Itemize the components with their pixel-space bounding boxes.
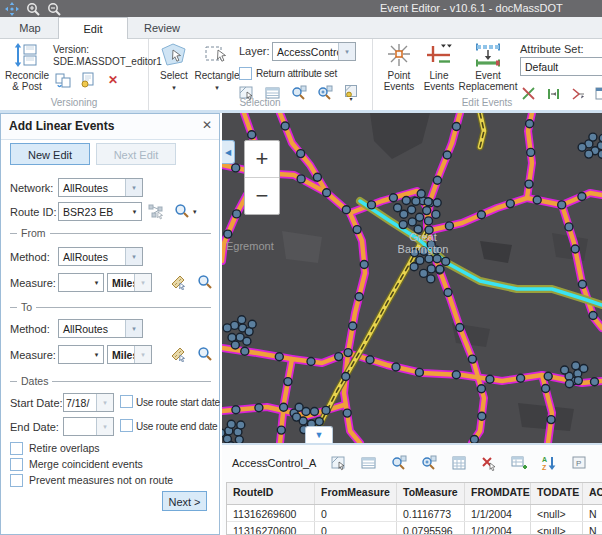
event-marker[interactable] — [452, 371, 460, 379]
event-marker[interactable] — [470, 436, 478, 444]
event-marker[interactable] — [526, 120, 534, 128]
event-marker[interactable] — [486, 375, 494, 383]
event-marker[interactable] — [578, 280, 586, 288]
event-marker[interactable] — [342, 373, 350, 381]
event-marker[interactable] — [344, 349, 352, 357]
layer-dropdown-button[interactable]: ▾ — [338, 43, 355, 60]
event-marker[interactable] — [284, 378, 292, 386]
zoom-out-icon[interactable] — [47, 2, 61, 16]
collapse-left-panel-button[interactable]: ◀ — [222, 140, 235, 164]
rectangle-tool-button[interactable]: Rectangle ▾ — [194, 42, 240, 93]
event-marker[interactable] — [311, 408, 319, 416]
grid-layer-label[interactable]: AccessControl_A — [232, 457, 316, 469]
event-marker[interactable] — [525, 180, 533, 188]
event-marker[interactable] — [452, 123, 460, 131]
tab-edit[interactable]: Edit — [58, 17, 128, 39]
grid-clear-selection-icon[interactable] — [480, 455, 497, 472]
event-marker[interactable] — [547, 416, 555, 424]
event-marker[interactable] — [315, 418, 323, 426]
event-marker[interactable] — [366, 356, 374, 364]
event-marker[interactable] — [585, 150, 593, 158]
use-route-end-checkbox[interactable] — [120, 419, 133, 432]
column-header-todate[interactable]: TODATE — [531, 483, 583, 504]
end-date-dropdown[interactable]: ▾ — [96, 418, 113, 435]
to-measure-zoom-icon[interactable] — [196, 345, 214, 362]
event-marker[interactable] — [565, 223, 573, 231]
from-method-dropdown[interactable]: ▾ — [125, 248, 142, 265]
event-marker[interactable] — [313, 173, 321, 181]
event-marker[interactable] — [232, 164, 240, 172]
grid-table-icon[interactable] — [360, 455, 377, 472]
event-marker[interactable] — [425, 255, 433, 263]
event-marker[interactable] — [468, 355, 476, 363]
event-marker[interactable] — [353, 226, 361, 234]
end-date-input[interactable]: ▾ — [63, 417, 114, 436]
event-marker[interactable] — [571, 245, 579, 253]
event-marker[interactable] — [565, 380, 573, 388]
grid-zoom-to-selection-icon[interactable] — [390, 455, 407, 472]
new-edit-button[interactable]: New Edit — [10, 143, 90, 165]
event-marker[interactable] — [432, 210, 440, 218]
grid-sort-icon[interactable]: AZ — [540, 455, 557, 472]
to-method-combobox[interactable]: AllRoutes ▾ — [58, 319, 143, 338]
event-marker[interactable] — [238, 316, 246, 324]
to-unit-combobox[interactable]: Miles ▾ — [107, 345, 152, 364]
map-viewport[interactable]: EgremontGreatBarrington ◀ + − ▼ — [222, 113, 602, 443]
to-measure-on-map-icon[interactable] — [169, 345, 187, 362]
grid-add-record-icon[interactable] — [510, 455, 527, 472]
event-marker[interactable] — [477, 385, 485, 393]
event-marker[interactable] — [598, 150, 602, 158]
route-id-combobox[interactable]: BSR23 EB ▾ — [58, 202, 142, 221]
column-header-tomeasure[interactable]: ToMeasure — [397, 483, 465, 504]
event-marker[interactable] — [425, 217, 433, 225]
event-marker[interactable] — [442, 257, 450, 265]
column-header-frommeasure[interactable]: FromMeasure — [315, 483, 397, 504]
event-marker[interactable] — [478, 412, 486, 420]
to-method-dropdown[interactable]: ▾ — [125, 320, 142, 337]
map-zoom-out-button[interactable]: − — [245, 178, 279, 214]
event-marker[interactable] — [506, 200, 514, 208]
event-marker[interactable] — [477, 211, 485, 219]
network-combobox[interactable]: AllRoutes ▾ — [58, 178, 143, 197]
event-marker[interactable] — [578, 143, 586, 151]
event-marker[interactable] — [222, 429, 225, 437]
from-measure-on-map-icon[interactable] — [169, 273, 187, 290]
select-route-on-map-icon[interactable] — [147, 203, 165, 220]
event-marker[interactable] — [558, 201, 566, 209]
column-header-routeid[interactable]: RouteID — [227, 483, 315, 504]
grid-statistics-icon[interactable] — [450, 455, 467, 472]
tab-map[interactable]: Map — [4, 18, 56, 38]
event-marker[interactable] — [360, 261, 368, 269]
grid-show-attributes-icon[interactable]: P — [570, 455, 587, 472]
event-marker[interactable] — [417, 190, 425, 198]
rectangle-dropdown-caret[interactable]: ▾ — [215, 82, 219, 93]
event-marker[interactable] — [597, 142, 602, 150]
event-marker[interactable] — [255, 404, 263, 412]
event-marker[interactable] — [527, 148, 535, 156]
from-measure-zoom-icon[interactable] — [196, 273, 214, 290]
event-marker[interactable] — [368, 201, 376, 209]
select-tool-button[interactable]: Select ▾ — [156, 42, 192, 93]
event-marker[interactable] — [517, 374, 525, 382]
event-marker[interactable] — [275, 353, 283, 361]
event-marker[interactable] — [591, 378, 599, 386]
event-marker[interactable] — [307, 358, 315, 366]
event-marker[interactable] — [427, 275, 435, 283]
start-date-dropdown[interactable]: ▾ — [96, 394, 113, 411]
event-marker[interactable] — [349, 322, 357, 330]
next-button[interactable]: Next > — [162, 491, 207, 511]
table-row[interactable]: 1131626960000.11167731/1/2004<null>N — [227, 505, 602, 522]
event-marker[interactable] — [248, 320, 256, 328]
event-marker[interactable] — [355, 293, 363, 301]
network-dropdown-button[interactable]: ▾ — [125, 179, 142, 196]
event-marker[interactable] — [293, 413, 301, 421]
start-date-input[interactable]: 7/18/ ▾ — [63, 393, 114, 412]
from-method-combobox[interactable]: AllRoutes ▾ — [58, 247, 143, 266]
event-marker[interactable] — [410, 263, 418, 271]
from-measure-input[interactable]: ▾ — [58, 273, 104, 292]
event-replacement-button[interactable]: Event Replacement — [458, 42, 518, 92]
grid-pan-to-selection-icon[interactable] — [420, 455, 437, 472]
pan-icon[interactable] — [5, 2, 19, 16]
event-marker[interactable] — [544, 372, 552, 380]
map-zoom-in-button[interactable]: + — [245, 141, 279, 178]
